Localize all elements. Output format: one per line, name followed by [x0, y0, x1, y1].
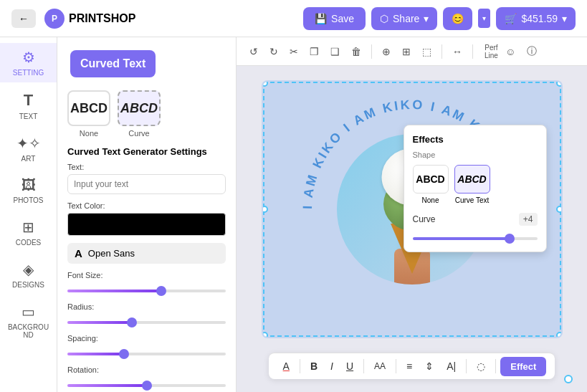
- italic-button[interactable]: I: [325, 356, 339, 376]
- line-height-button[interactable]: ⇕: [419, 356, 439, 376]
- curve-setting-label: Curve: [413, 214, 436, 224]
- codes-icon: ⊞: [22, 219, 34, 236]
- sidebar-item-label: ART: [22, 155, 36, 163]
- handle-br[interactable]: [556, 332, 563, 338]
- bottom-canvas-handle[interactable]: [564, 375, 573, 383]
- toolbar-row: ↺ ↻ ✂ ❐ ❑ 🗑 ⊕ ⊞ ⬚ ↔ Perf Line ☺ ⓘ: [237, 37, 587, 66]
- sidebar-item-label: DESIGNS: [12, 281, 44, 289]
- font-size-label: Font Size:: [67, 271, 226, 279]
- effect-button[interactable]: Effect: [500, 357, 546, 376]
- copy-button[interactable]: ❐: [305, 43, 323, 60]
- handle-mr[interactable]: [556, 206, 563, 213]
- effect-none-box: ABCD: [413, 165, 449, 193]
- avatar-dropdown-button[interactable]: ▾: [478, 9, 490, 28]
- color-swatch[interactable]: [67, 213, 226, 236]
- text-color-button[interactable]: A: [277, 356, 295, 376]
- effects-popup-shape: Shape: [413, 150, 538, 159]
- sidebar-item-setting[interactable]: ⚙ SETTING: [0, 43, 57, 82]
- delete-button[interactable]: 🗑: [347, 43, 366, 60]
- main-layout: ⚙ SETTING T TEXT ✦✧ ART 🖼 PHOTOS ⊞ CODES…: [0, 37, 587, 392]
- effect-none[interactable]: ABCD None: [413, 165, 449, 204]
- text-option-none[interactable]: ABCD None: [67, 90, 110, 138]
- sidebar-item-art[interactable]: ✦✧ ART: [0, 129, 57, 168]
- cut-button[interactable]: ✂: [285, 43, 302, 60]
- fmt-sep-4: [466, 359, 467, 373]
- rotation-slider[interactable]: [67, 384, 226, 387]
- align-button[interactable]: ≡: [401, 356, 418, 376]
- sidebar-item-label: SETTING: [13, 69, 44, 77]
- curve-slider[interactable]: [413, 237, 538, 240]
- panel-title: Curved Text: [70, 50, 156, 77]
- arrange-button[interactable]: ⊞: [398, 43, 415, 60]
- color-label: Text Color:: [67, 201, 226, 210]
- sidebar-item-designs[interactable]: ◈ DESIGNS: [0, 255, 57, 295]
- info-button[interactable]: ⓘ: [522, 42, 541, 61]
- sidebar-item-label: CODES: [16, 239, 42, 247]
- sidebar-item-photos[interactable]: 🖼 PHOTOS: [0, 171, 57, 210]
- redo-button[interactable]: ↻: [265, 43, 282, 60]
- highlight-button[interactable]: ◌: [471, 356, 491, 376]
- canvas-background[interactable]: I AM KIKO I AM KIKO I AM K: [262, 80, 563, 338]
- none-label: None: [80, 129, 98, 138]
- handle-tr[interactable]: [556, 80, 563, 87]
- bottom-toolbar-area: A B I U AA ≡ ⇕ A| ◌ Effect: [237, 353, 587, 392]
- effect-curve[interactable]: ABCD Curve Text: [454, 165, 490, 204]
- share-label: Share: [393, 13, 419, 24]
- share-icon: ⬡: [380, 13, 388, 24]
- cart-price: $451.59: [521, 13, 558, 24]
- cart-chevron-icon: ▾: [562, 13, 567, 24]
- font-icon: A: [75, 247, 82, 259]
- font-selector[interactable]: A Open Sans: [67, 243, 226, 264]
- sidebar-item-label: PHOTOS: [13, 196, 43, 204]
- effects-options: ABCD None ABCD Curve Text: [413, 165, 538, 204]
- bold-button[interactable]: B: [305, 356, 323, 376]
- handle-bl[interactable]: [262, 332, 268, 338]
- settings-title: Curved Text Generator Settings: [57, 146, 236, 157]
- panel: Curved Text ABCD None ABCD Curve Curved …: [57, 37, 237, 392]
- save-button[interactable]: 💾 Save: [303, 7, 366, 30]
- handle-tl[interactable]: [262, 80, 268, 87]
- share-button[interactable]: ⬡ Share ▾: [371, 7, 437, 30]
- avatar-button[interactable]: 😊: [443, 7, 472, 30]
- text-input-label: Text:: [67, 163, 226, 171]
- radius-slider[interactable]: [67, 321, 226, 324]
- emoji-button[interactable]: ☺: [501, 43, 520, 60]
- font-size-slider[interactable]: [67, 290, 226, 292]
- text-input[interactable]: [67, 174, 226, 194]
- effects-popup: Effects Shape ABCD None ABCD Curve Text: [404, 125, 547, 252]
- sidebar-item-label: BACKGROUND: [8, 323, 49, 339]
- curve-value: +4: [519, 213, 538, 226]
- text-option-curve[interactable]: ABCD Curve: [118, 90, 161, 138]
- photos-icon: 🖼: [22, 177, 36, 193]
- setting-icon: ⚙: [22, 49, 35, 66]
- handle-ml[interactable]: [262, 206, 268, 213]
- sidebar-item-codes[interactable]: ⊞ CODES: [0, 213, 57, 252]
- spacing-slider[interactable]: [67, 353, 226, 355]
- toolbar-sep-2: [442, 44, 442, 59]
- sidebar-item-text[interactable]: T TEXT: [0, 85, 57, 126]
- text-style-options: ABCD None ABCD Curve: [67, 90, 236, 138]
- cart-button[interactable]: 🛒 $451.59 ▾: [496, 7, 576, 30]
- spacing-label: Spacing:: [67, 334, 226, 343]
- arrange-icon: ⊞: [402, 46, 411, 57]
- back-button[interactable]: ←: [11, 9, 36, 28]
- canvas-wrapper: I AM KIKO I AM KIKO I AM K: [237, 66, 587, 353]
- resize-button[interactable]: ⬚: [418, 43, 436, 60]
- underline-button[interactable]: U: [340, 356, 359, 376]
- effects-popup-title: Effects: [413, 134, 538, 145]
- flip-button[interactable]: ↔: [448, 43, 467, 60]
- paste-button[interactable]: ❑: [326, 43, 344, 60]
- cart-icon: 🛒: [505, 13, 517, 24]
- perf-line-label: Perf Line: [485, 44, 498, 59]
- undo-button[interactable]: ↺: [245, 43, 262, 60]
- letter-spacing-button[interactable]: A|: [441, 356, 462, 376]
- fmt-sep-3: [396, 359, 396, 373]
- header-right: 💾 Save ⬡ Share ▾ 😊 ▾ 🛒 $451.59 ▾: [303, 7, 576, 30]
- radius-label: Radius:: [67, 302, 226, 311]
- sidebar-item-background[interactable]: ▭ BACKGROUND: [0, 297, 57, 345]
- text-input-group: Text:: [57, 163, 236, 194]
- logo-text: PRINTSHOP: [69, 12, 135, 25]
- double-a-button[interactable]: AA: [368, 357, 391, 376]
- effects-toolbar-button[interactable]: ⊕: [378, 43, 395, 60]
- effect-none-label: None: [422, 196, 439, 204]
